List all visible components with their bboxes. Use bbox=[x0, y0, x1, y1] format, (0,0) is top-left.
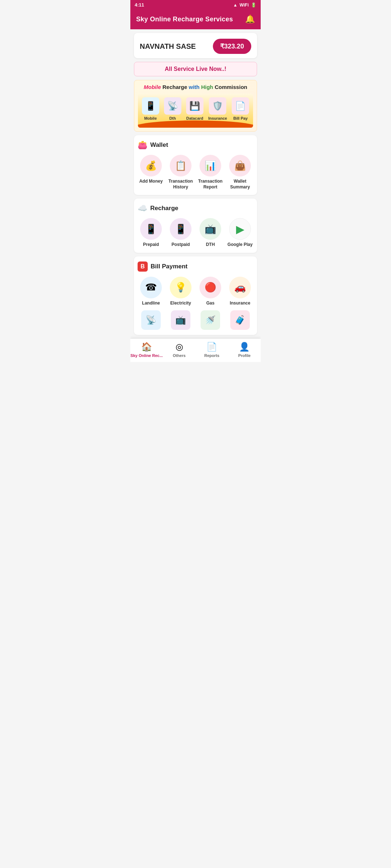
nav-profile[interactable]: 👤 Profile bbox=[228, 342, 261, 358]
status-time: 4:11 bbox=[135, 2, 144, 8]
transaction-report-icon: 📊 bbox=[199, 155, 221, 176]
wallet-summary-icon: 👜 bbox=[229, 155, 251, 176]
postpaid-item[interactable]: 📱 Postpaid bbox=[167, 218, 194, 248]
transaction-report-label: Transaction Report bbox=[197, 179, 224, 190]
wallet-icon: 👛 bbox=[138, 140, 147, 150]
promo-icon-datacard: 💾 Datacard bbox=[186, 97, 203, 120]
landline-icon: ☎ bbox=[140, 277, 162, 298]
electricity-icon: 💡 bbox=[170, 277, 192, 298]
dth-item[interactable]: 📺 DTH bbox=[197, 218, 224, 248]
battery-icon: 🔋 bbox=[251, 3, 256, 8]
water-icon: 🚿 bbox=[201, 310, 220, 330]
recharge-section: ☁️ Recharge 📱 Prepaid 📱 Postpaid 📺 DTH ▶… bbox=[134, 199, 257, 253]
landline-label: Landline bbox=[142, 301, 160, 306]
notification-bell-icon[interactable]: 🔔 bbox=[245, 14, 255, 24]
bill-partial-row: 📡 📺 🚿 🧳 bbox=[138, 310, 253, 330]
cable-icon: 📺 bbox=[171, 310, 190, 330]
transaction-history-label: Transaction History bbox=[167, 179, 194, 190]
wifi-icon: WiFi bbox=[240, 3, 249, 8]
wallet-section: 👛 Wallet 💰 Add Money 📋 Transaction Histo… bbox=[134, 135, 257, 195]
service-banner-text: All Service Live Now..! bbox=[165, 66, 226, 72]
profile-icon: 👤 bbox=[239, 342, 250, 352]
bag-icon: 🧳 bbox=[230, 310, 250, 330]
nav-profile-label: Profile bbox=[238, 353, 251, 358]
bill-payment-grid: ☎ Landline 💡 Electricity 🔴 Gas 🚗 Insuran… bbox=[138, 277, 253, 306]
wallet-title: Wallet bbox=[150, 141, 168, 149]
recharge-grid: 📱 Prepaid 📱 Postpaid 📺 DTH ▶ Google Play bbox=[138, 218, 253, 248]
others-icon: ◎ bbox=[176, 342, 183, 352]
transaction-history-item[interactable]: 📋 Transaction History bbox=[167, 155, 194, 190]
promo-wave bbox=[138, 120, 253, 128]
google-play-label: Google Play bbox=[227, 242, 252, 248]
nav-reports-label: Reports bbox=[204, 353, 219, 358]
wallet-summary-item[interactable]: 👜 Wallet Summary bbox=[227, 155, 253, 190]
app-title: Sky Online Recharge Services bbox=[136, 16, 233, 23]
dth-icon: 📺 bbox=[199, 218, 221, 240]
postpaid-label: Postpaid bbox=[172, 242, 190, 248]
home-icon: 🏠 bbox=[141, 342, 152, 352]
promo-icon-insurance: 🛡️ Insurance bbox=[208, 97, 227, 120]
broadband-partial[interactable]: 📡 bbox=[138, 310, 164, 330]
user-card: NAVNATH SASE ₹323.20 bbox=[134, 33, 257, 58]
prepaid-icon: 📱 bbox=[140, 218, 162, 240]
promo-title: Mobile Recharge with High Commission bbox=[138, 84, 253, 90]
promo-icons-container: 📱 Mobile 📡 Dth 💾 Datacard 🛡️ Insurance 📄… bbox=[138, 94, 253, 128]
insurance-label: Insurance bbox=[230, 301, 251, 306]
water-partial[interactable]: 🚿 bbox=[197, 310, 224, 330]
transaction-report-item[interactable]: 📊 Transaction Report bbox=[197, 155, 224, 190]
promo-icon-mobile: 📱 Mobile bbox=[142, 97, 159, 120]
status-icons: ▲ WiFi 🔋 bbox=[233, 3, 256, 8]
nav-reports[interactable]: 📄 Reports bbox=[196, 342, 228, 358]
transaction-history-icon: 📋 bbox=[170, 155, 192, 176]
status-bar: 4:11 ▲ WiFi 🔋 bbox=[130, 0, 261, 10]
user-name: NAVNATH SASE bbox=[140, 42, 196, 51]
nav-home[interactable]: 🏠 Sky Online Rec... bbox=[130, 342, 163, 358]
add-money-icon: 💰 bbox=[140, 155, 162, 176]
gas-label: Gas bbox=[206, 301, 215, 306]
service-banner: All Service Live Now..! bbox=[134, 62, 257, 76]
recharge-title: Recharge bbox=[150, 205, 178, 212]
gas-icon: 🔴 bbox=[199, 277, 221, 298]
reports-icon: 📄 bbox=[206, 342, 217, 352]
insurance-item[interactable]: 🚗 Insurance bbox=[227, 277, 253, 306]
google-play-item[interactable]: ▶ Google Play bbox=[227, 218, 253, 248]
postpaid-icon: 📱 bbox=[170, 218, 192, 240]
nav-others-label: Others bbox=[173, 353, 185, 358]
promo-banner: Mobile Recharge with High Commission 📱 M… bbox=[134, 80, 257, 132]
promo-icon-billpay: 📄 Bill Pay bbox=[232, 97, 249, 120]
recharge-cloud-icon: ☁️ bbox=[138, 204, 147, 213]
add-money-label: Add Money bbox=[139, 179, 163, 184]
broadband-icon: 📡 bbox=[141, 310, 161, 330]
prepaid-label: Prepaid bbox=[143, 242, 159, 248]
nav-others[interactable]: ◎ Others bbox=[163, 342, 196, 358]
bill-payment-brand-icon: B bbox=[138, 261, 148, 272]
gas-item[interactable]: 🔴 Gas bbox=[197, 277, 224, 306]
electricity-item[interactable]: 💡 Electricity bbox=[167, 277, 194, 306]
nav-home-label: Sky Online Rec... bbox=[130, 353, 163, 358]
landline-item[interactable]: ☎ Landline bbox=[138, 277, 164, 306]
recharge-section-header: ☁️ Recharge bbox=[138, 204, 253, 213]
cable-partial[interactable]: 📺 bbox=[167, 310, 194, 330]
bag-partial[interactable]: 🧳 bbox=[227, 310, 253, 330]
wallet-grid: 💰 Add Money 📋 Transaction History 📊 Tran… bbox=[138, 155, 253, 190]
add-money-item[interactable]: 💰 Add Money bbox=[138, 155, 164, 190]
insurance-icon: 🚗 bbox=[229, 277, 251, 298]
bill-payment-title: Bill Payment bbox=[151, 263, 188, 270]
bill-payment-section: B Bill Payment ☎ Landline 💡 Electricity … bbox=[134, 256, 257, 335]
app-header: Sky Online Recharge Services 🔔 bbox=[130, 10, 261, 29]
wallet-section-header: 👛 Wallet bbox=[138, 140, 253, 150]
bottom-nav: 🏠 Sky Online Rec... ◎ Others 📄 Reports 👤… bbox=[130, 339, 261, 362]
prepaid-item[interactable]: 📱 Prepaid bbox=[138, 218, 164, 248]
wallet-summary-label: Wallet Summary bbox=[227, 179, 253, 190]
electricity-label: Electricity bbox=[170, 301, 191, 306]
dth-label: DTH bbox=[206, 242, 215, 248]
balance-badge: ₹323.20 bbox=[213, 39, 251, 54]
bill-payment-header: B Bill Payment bbox=[138, 261, 253, 272]
signal-icon: ▲ bbox=[233, 3, 237, 8]
google-play-icon: ▶ bbox=[229, 218, 251, 240]
promo-icon-dth: 📡 Dth bbox=[164, 97, 181, 120]
